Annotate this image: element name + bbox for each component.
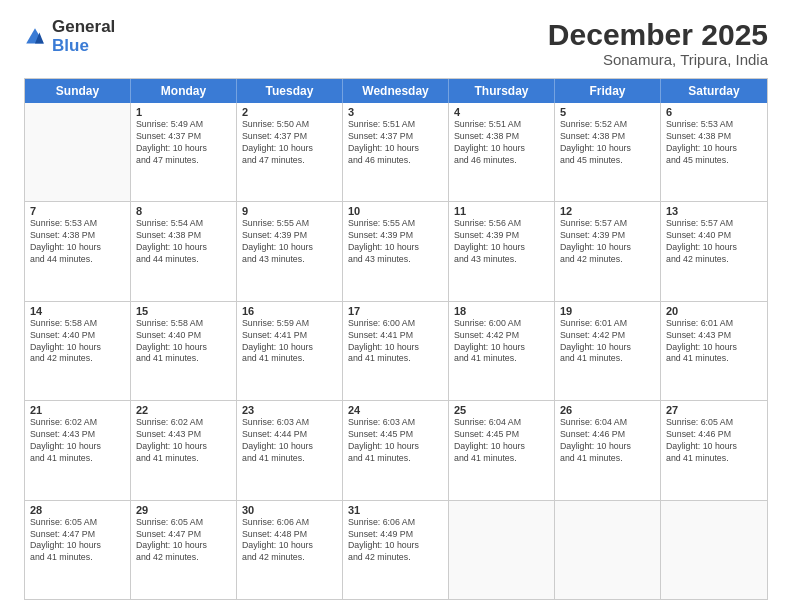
day-number: 23 — [242, 404, 337, 416]
cell-info: Sunrise: 6:03 AM Sunset: 4:45 PM Dayligh… — [348, 417, 443, 465]
day-number: 25 — [454, 404, 549, 416]
day-number: 27 — [666, 404, 762, 416]
cell-info: Sunrise: 6:04 AM Sunset: 4:45 PM Dayligh… — [454, 417, 549, 465]
calendar-cell: 30Sunrise: 6:06 AM Sunset: 4:48 PM Dayli… — [237, 501, 343, 599]
day-number: 6 — [666, 106, 762, 118]
day-number: 22 — [136, 404, 231, 416]
calendar-cell: 13Sunrise: 5:57 AM Sunset: 4:40 PM Dayli… — [661, 202, 767, 300]
calendar-cell: 8Sunrise: 5:54 AM Sunset: 4:38 PM Daylig… — [131, 202, 237, 300]
calendar-cell: 24Sunrise: 6:03 AM Sunset: 4:45 PM Dayli… — [343, 401, 449, 499]
cell-info: Sunrise: 5:58 AM Sunset: 4:40 PM Dayligh… — [30, 318, 125, 366]
cell-info: Sunrise: 5:49 AM Sunset: 4:37 PM Dayligh… — [136, 119, 231, 167]
weekday-header: Thursday — [449, 79, 555, 103]
calendar-cell: 19Sunrise: 6:01 AM Sunset: 4:42 PM Dayli… — [555, 302, 661, 400]
cell-info: Sunrise: 6:04 AM Sunset: 4:46 PM Dayligh… — [560, 417, 655, 465]
day-number: 31 — [348, 504, 443, 516]
calendar-row: 1Sunrise: 5:49 AM Sunset: 4:37 PM Daylig… — [25, 103, 767, 202]
calendar-cell: 6Sunrise: 5:53 AM Sunset: 4:38 PM Daylig… — [661, 103, 767, 201]
cell-info: Sunrise: 5:51 AM Sunset: 4:38 PM Dayligh… — [454, 119, 549, 167]
day-number: 14 — [30, 305, 125, 317]
cell-info: Sunrise: 6:06 AM Sunset: 4:49 PM Dayligh… — [348, 517, 443, 565]
cell-info: Sunrise: 6:00 AM Sunset: 4:41 PM Dayligh… — [348, 318, 443, 366]
calendar-header: SundayMondayTuesdayWednesdayThursdayFrid… — [25, 79, 767, 103]
day-number: 20 — [666, 305, 762, 317]
calendar-cell: 27Sunrise: 6:05 AM Sunset: 4:46 PM Dayli… — [661, 401, 767, 499]
page: General Blue December 2025 Sonamura, Tri… — [0, 0, 792, 612]
day-number: 11 — [454, 205, 549, 217]
day-number: 26 — [560, 404, 655, 416]
cell-info: Sunrise: 5:56 AM Sunset: 4:39 PM Dayligh… — [454, 218, 549, 266]
calendar-cell: 15Sunrise: 5:58 AM Sunset: 4:40 PM Dayli… — [131, 302, 237, 400]
cell-info: Sunrise: 6:02 AM Sunset: 4:43 PM Dayligh… — [136, 417, 231, 465]
day-number: 2 — [242, 106, 337, 118]
day-number: 13 — [666, 205, 762, 217]
cell-info: Sunrise: 5:58 AM Sunset: 4:40 PM Dayligh… — [136, 318, 231, 366]
calendar-cell: 20Sunrise: 6:01 AM Sunset: 4:43 PM Dayli… — [661, 302, 767, 400]
calendar-cell: 23Sunrise: 6:03 AM Sunset: 4:44 PM Dayli… — [237, 401, 343, 499]
weekday-header: Saturday — [661, 79, 767, 103]
day-number: 29 — [136, 504, 231, 516]
calendar-cell: 26Sunrise: 6:04 AM Sunset: 4:46 PM Dayli… — [555, 401, 661, 499]
header: General Blue December 2025 Sonamura, Tri… — [24, 18, 768, 68]
logo-text: General Blue — [52, 18, 115, 55]
calendar: SundayMondayTuesdayWednesdayThursdayFrid… — [24, 78, 768, 600]
cell-info: Sunrise: 6:06 AM Sunset: 4:48 PM Dayligh… — [242, 517, 337, 565]
day-number: 16 — [242, 305, 337, 317]
calendar-cell: 11Sunrise: 5:56 AM Sunset: 4:39 PM Dayli… — [449, 202, 555, 300]
calendar-cell: 4Sunrise: 5:51 AM Sunset: 4:38 PM Daylig… — [449, 103, 555, 201]
cell-info: Sunrise: 5:57 AM Sunset: 4:39 PM Dayligh… — [560, 218, 655, 266]
day-number: 17 — [348, 305, 443, 317]
calendar-cell: 18Sunrise: 6:00 AM Sunset: 4:42 PM Dayli… — [449, 302, 555, 400]
calendar-row: 28Sunrise: 6:05 AM Sunset: 4:47 PM Dayli… — [25, 501, 767, 599]
cell-info: Sunrise: 5:59 AM Sunset: 4:41 PM Dayligh… — [242, 318, 337, 366]
location: Sonamura, Tripura, India — [548, 51, 768, 68]
day-number: 3 — [348, 106, 443, 118]
calendar-body: 1Sunrise: 5:49 AM Sunset: 4:37 PM Daylig… — [25, 103, 767, 599]
cell-info: Sunrise: 5:52 AM Sunset: 4:38 PM Dayligh… — [560, 119, 655, 167]
weekday-header: Monday — [131, 79, 237, 103]
day-number: 9 — [242, 205, 337, 217]
cell-info: Sunrise: 6:00 AM Sunset: 4:42 PM Dayligh… — [454, 318, 549, 366]
weekday-header: Tuesday — [237, 79, 343, 103]
logo-icon — [24, 26, 46, 48]
title-block: December 2025 Sonamura, Tripura, India — [548, 18, 768, 68]
day-number: 24 — [348, 404, 443, 416]
day-number: 21 — [30, 404, 125, 416]
cell-info: Sunrise: 6:05 AM Sunset: 4:47 PM Dayligh… — [136, 517, 231, 565]
calendar-cell: 28Sunrise: 6:05 AM Sunset: 4:47 PM Dayli… — [25, 501, 131, 599]
weekday-header: Wednesday — [343, 79, 449, 103]
day-number: 18 — [454, 305, 549, 317]
cell-info: Sunrise: 5:51 AM Sunset: 4:37 PM Dayligh… — [348, 119, 443, 167]
cell-info: Sunrise: 5:55 AM Sunset: 4:39 PM Dayligh… — [242, 218, 337, 266]
calendar-cell: 10Sunrise: 5:55 AM Sunset: 4:39 PM Dayli… — [343, 202, 449, 300]
cell-info: Sunrise: 5:54 AM Sunset: 4:38 PM Dayligh… — [136, 218, 231, 266]
cell-info: Sunrise: 5:57 AM Sunset: 4:40 PM Dayligh… — [666, 218, 762, 266]
logo-general: General — [52, 18, 115, 37]
day-number: 8 — [136, 205, 231, 217]
logo-blue: Blue — [52, 37, 115, 56]
calendar-cell: 9Sunrise: 5:55 AM Sunset: 4:39 PM Daylig… — [237, 202, 343, 300]
cell-info: Sunrise: 6:01 AM Sunset: 4:42 PM Dayligh… — [560, 318, 655, 366]
calendar-row: 7Sunrise: 5:53 AM Sunset: 4:38 PM Daylig… — [25, 202, 767, 301]
weekday-header: Sunday — [25, 79, 131, 103]
cell-info: Sunrise: 6:03 AM Sunset: 4:44 PM Dayligh… — [242, 417, 337, 465]
calendar-cell: 5Sunrise: 5:52 AM Sunset: 4:38 PM Daylig… — [555, 103, 661, 201]
day-number: 1 — [136, 106, 231, 118]
calendar-cell — [449, 501, 555, 599]
calendar-cell — [25, 103, 131, 201]
cell-info: Sunrise: 5:53 AM Sunset: 4:38 PM Dayligh… — [30, 218, 125, 266]
day-number: 4 — [454, 106, 549, 118]
day-number: 10 — [348, 205, 443, 217]
calendar-cell: 21Sunrise: 6:02 AM Sunset: 4:43 PM Dayli… — [25, 401, 131, 499]
cell-info: Sunrise: 5:50 AM Sunset: 4:37 PM Dayligh… — [242, 119, 337, 167]
month-title: December 2025 — [548, 18, 768, 51]
calendar-cell: 31Sunrise: 6:06 AM Sunset: 4:49 PM Dayli… — [343, 501, 449, 599]
calendar-cell: 25Sunrise: 6:04 AM Sunset: 4:45 PM Dayli… — [449, 401, 555, 499]
calendar-row: 21Sunrise: 6:02 AM Sunset: 4:43 PM Dayli… — [25, 401, 767, 500]
cell-info: Sunrise: 5:53 AM Sunset: 4:38 PM Dayligh… — [666, 119, 762, 167]
calendar-cell — [661, 501, 767, 599]
calendar-row: 14Sunrise: 5:58 AM Sunset: 4:40 PM Dayli… — [25, 302, 767, 401]
cell-info: Sunrise: 6:01 AM Sunset: 4:43 PM Dayligh… — [666, 318, 762, 366]
weekday-header: Friday — [555, 79, 661, 103]
day-number: 19 — [560, 305, 655, 317]
